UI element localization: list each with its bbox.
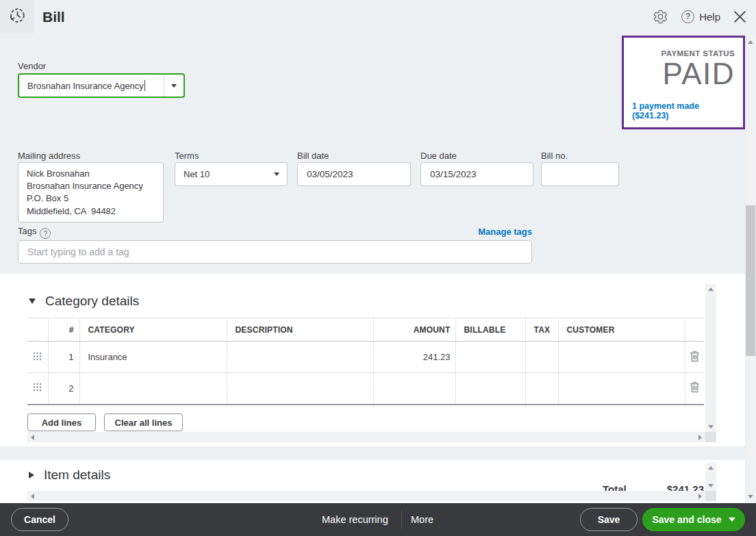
tags-input[interactable] (18, 240, 532, 264)
tax-column-header: TAX (525, 318, 558, 342)
save-and-close-label: Save and close (652, 514, 721, 525)
trash-icon (690, 381, 700, 393)
customer-cell[interactable] (558, 342, 685, 373)
scroll-left-icon (31, 494, 34, 499)
category-details-toggle[interactable]: Category details (29, 294, 139, 309)
billable-cell[interactable] (455, 373, 525, 405)
horizontal-scrollbar[interactable] (27, 432, 705, 442)
question-circle-icon: ? (681, 10, 694, 23)
terms-label: Terms (175, 151, 199, 161)
payment-status-value: PAID (632, 58, 735, 90)
terms-dropdown[interactable]: Net 10 (175, 162, 288, 186)
due-date-label: Due date (420, 151, 457, 161)
cancel-button[interactable]: Cancel (11, 508, 68, 531)
close-icon[interactable] (733, 10, 746, 23)
terms-value: Net 10 (175, 169, 210, 179)
terms-dropdown-arrow (274, 173, 279, 176)
item-details-title: Item details (44, 468, 110, 483)
amount-cell[interactable] (373, 373, 455, 405)
tax-cell[interactable] (525, 342, 558, 373)
scroll-right-icon (698, 494, 702, 499)
help-button[interactable]: ? Help (681, 10, 720, 23)
delete-column-header (685, 318, 704, 342)
payments-made-link[interactable]: 1 payment made ($241.23) (632, 101, 735, 120)
tags-help-icon[interactable]: ? (40, 228, 51, 239)
mailing-address-field[interactable]: Nick Brosnahan Brosnahan Insurance Agenc… (18, 162, 164, 222)
description-cell[interactable] (227, 373, 373, 405)
scrollbar-thumb[interactable] (746, 205, 755, 356)
clear-all-lines-button[interactable]: Clear all lines (104, 413, 183, 431)
category-cell[interactable]: Insurance (79, 342, 227, 373)
scroll-down-icon (708, 425, 714, 429)
bill-no-field[interactable] (541, 162, 619, 186)
scrollbar-corner (705, 491, 716, 501)
make-recurring-button[interactable]: Make recurring (322, 503, 388, 536)
chevron-down-icon (729, 518, 735, 522)
scroll-right-icon (698, 435, 702, 440)
vendor-value: Brosnahan Insurance Agency (19, 81, 144, 91)
bill-no-label: Bill no. (541, 151, 568, 161)
manage-tags-link[interactable]: Manage tags (478, 227, 532, 237)
item-details-section: Item details Total $241.23 (0, 460, 756, 503)
category-details-table: # CATEGORY DESCRIPTION AMOUNT BILLABLE T… (27, 318, 704, 405)
table-row: 1 Insurance 241.23 (27, 342, 704, 373)
item-details-toggle[interactable]: Item details (29, 468, 110, 483)
mailing-address-label: Mailing address (18, 151, 80, 161)
bill-date-field[interactable] (297, 162, 411, 186)
vertical-scrollbar[interactable] (705, 284, 716, 432)
scroll-left-icon (31, 435, 34, 440)
vertical-scrollbar[interactable] (705, 463, 716, 491)
description-column-header: DESCRIPTION (227, 318, 373, 342)
amount-cell[interactable]: 241.23 (373, 342, 455, 373)
save-button[interactable]: Save (580, 508, 638, 531)
row-drag-handle[interactable] (27, 342, 48, 373)
num-column-header: # (48, 318, 79, 342)
table-header-row: # CATEGORY DESCRIPTION AMOUNT BILLABLE T… (27, 318, 704, 342)
description-cell[interactable] (227, 342, 373, 373)
billable-cell[interactable] (455, 342, 525, 373)
header-bar: Bill ? Help (0, 0, 756, 33)
delete-row-button[interactable] (685, 373, 704, 405)
scroll-up-icon (708, 288, 714, 291)
collapse-triangle-icon (29, 298, 36, 304)
recent-transactions-button[interactable] (0, 0, 34, 33)
page-vertical-scrollbar[interactable] (745, 36, 756, 503)
tax-cell[interactable] (525, 373, 558, 405)
footer-divider (401, 511, 402, 528)
scroll-down-icon (708, 484, 714, 487)
vendor-label: Vendor (18, 61, 46, 71)
billable-column-header: BILLABLE (455, 318, 525, 342)
expand-triangle-icon (29, 472, 34, 478)
table-row: 2 (27, 373, 704, 405)
row-number: 2 (48, 373, 79, 405)
bill-date-label: Bill date (297, 151, 329, 161)
customer-cell[interactable] (558, 373, 685, 405)
save-and-close-button[interactable]: Save and close (642, 508, 745, 531)
row-number: 1 (48, 342, 79, 373)
grip-dots-icon (33, 383, 42, 392)
tags-label: Tags? (18, 226, 51, 239)
footer-bar: Cancel Make recurring More Save Save and… (0, 503, 756, 536)
drag-column-header (27, 318, 48, 342)
category-details-section: Category details # CATEGORY DESCRIPTION … (0, 274, 756, 446)
page-title: Bill (42, 0, 65, 33)
more-button[interactable]: More (411, 503, 433, 536)
text-cursor (144, 80, 145, 91)
scroll-up-icon (708, 466, 714, 470)
history-clock-icon (8, 6, 27, 27)
settings-gear-icon[interactable] (653, 9, 668, 25)
customer-column-header: CUSTOMER (558, 318, 685, 342)
delete-row-button[interactable] (685, 342, 704, 373)
add-lines-button[interactable]: Add lines (27, 413, 96, 431)
scrollbar-corner (705, 432, 716, 442)
vendor-combobox[interactable]: Brosnahan Insurance Agency (18, 73, 185, 98)
bill-window: Bill ? Help PAYMENT STATUS PAID 1 paymen… (0, 0, 756, 536)
category-cell[interactable] (79, 373, 227, 405)
grip-dots-icon (33, 352, 42, 361)
due-date-field[interactable] (420, 162, 533, 186)
vendor-dropdown-arrow (164, 75, 184, 97)
category-details-title: Category details (45, 294, 139, 309)
horizontal-scrollbar[interactable] (27, 491, 705, 501)
payment-status-panel: PAYMENT STATUS PAID 1 payment made ($241… (622, 36, 745, 129)
row-drag-handle[interactable] (27, 373, 48, 405)
